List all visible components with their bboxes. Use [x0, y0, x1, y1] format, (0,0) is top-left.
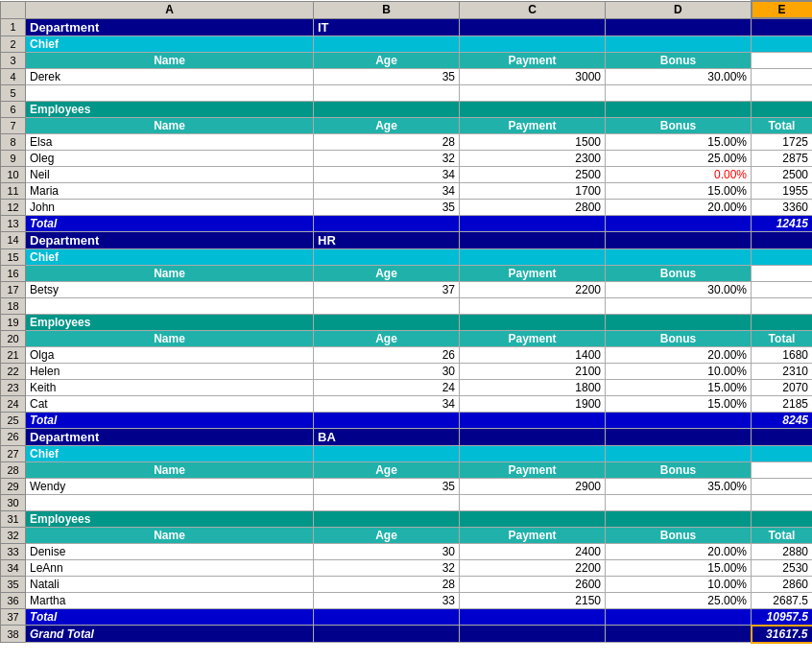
- data-total-cell[interactable]: 2070: [752, 379, 813, 395]
- data-age-cell[interactable]: 26: [314, 346, 460, 363]
- data-total-cell[interactable]: [752, 281, 813, 297]
- col-b-header[interactable]: B: [314, 1, 460, 18]
- data-total-cell[interactable]: [752, 68, 813, 84]
- data-total-cell[interactable]: 2310: [752, 363, 813, 379]
- data-age-cell[interactable]: 34: [314, 182, 460, 199]
- empty-cell-e: [752, 84, 813, 101]
- data-bonus-cell[interactable]: 10.00%: [606, 363, 752, 379]
- data-bonus-cell[interactable]: 15.00%: [606, 395, 752, 412]
- data-age-cell[interactable]: 35: [314, 68, 460, 84]
- data-bonus-cell[interactable]: 15.00%: [606, 379, 752, 395]
- data-payment-cell[interactable]: 2900: [460, 478, 606, 494]
- data-age-cell[interactable]: 24: [314, 379, 460, 395]
- data-total-cell[interactable]: [752, 478, 813, 494]
- row-number: 33: [1, 543, 26, 559]
- chief-header-b: Age: [314, 52, 460, 68]
- data-name-cell[interactable]: Denise: [26, 543, 314, 559]
- data-age-cell[interactable]: 33: [314, 592, 460, 608]
- data-total-cell[interactable]: 1725: [752, 133, 813, 150]
- data-age-cell[interactable]: 32: [314, 559, 460, 576]
- data-name-cell[interactable]: Cat: [26, 395, 314, 412]
- table-row: 4Derek35300030.00%: [1, 68, 813, 84]
- data-payment-cell[interactable]: 2150: [460, 592, 606, 608]
- data-bonus-cell[interactable]: 20.00%: [606, 199, 752, 215]
- data-name-cell[interactable]: Maria: [26, 182, 314, 199]
- emp-header-d: Bonus: [606, 117, 752, 133]
- data-bonus-cell[interactable]: 35.00%: [606, 478, 752, 494]
- data-bonus-cell[interactable]: 25.00%: [606, 592, 752, 608]
- data-name-cell[interactable]: Keith: [26, 379, 314, 395]
- data-bonus-cell[interactable]: 30.00%: [606, 281, 752, 297]
- data-age-cell[interactable]: 34: [314, 166, 460, 182]
- data-payment-cell[interactable]: 2200: [460, 281, 606, 297]
- data-total-cell[interactable]: 3360: [752, 199, 813, 215]
- table-row: 28NameAgePaymentBonus: [1, 461, 813, 478]
- table-row: 25Total8245: [1, 412, 813, 428]
- data-payment-cell[interactable]: 2400: [460, 543, 606, 559]
- data-age-cell[interactable]: 30: [314, 363, 460, 379]
- data-payment-cell[interactable]: 3000: [460, 68, 606, 84]
- data-total-cell[interactable]: 2185: [752, 395, 813, 412]
- empty-cell-c: [460, 297, 606, 314]
- col-e-header[interactable]: E: [752, 1, 813, 18]
- data-name-cell[interactable]: Olga: [26, 346, 314, 363]
- data-payment-cell[interactable]: 1500: [460, 133, 606, 150]
- data-payment-cell[interactable]: 1800: [460, 379, 606, 395]
- data-name-cell[interactable]: Helen: [26, 363, 314, 379]
- data-payment-cell[interactable]: 2600: [460, 576, 606, 592]
- data-name-cell[interactable]: LeAnn: [26, 559, 314, 576]
- data-payment-cell[interactable]: 2200: [460, 559, 606, 576]
- data-total-cell[interactable]: 2687.5: [752, 592, 813, 608]
- col-c-header[interactable]: C: [460, 1, 606, 18]
- data-name-cell[interactable]: Neil: [26, 166, 314, 182]
- data-name-cell[interactable]: Elsa: [26, 133, 314, 150]
- row-number: 18: [1, 297, 26, 314]
- table-row: 31Employees: [1, 510, 813, 527]
- data-age-cell[interactable]: 37: [314, 281, 460, 297]
- data-total-cell[interactable]: 1680: [752, 346, 813, 363]
- data-payment-cell[interactable]: 2500: [460, 166, 606, 182]
- data-age-cell[interactable]: 34: [314, 395, 460, 412]
- data-bonus-cell[interactable]: 30.00%: [606, 68, 752, 84]
- row-number: 2: [1, 35, 26, 52]
- data-bonus-cell[interactable]: 0.00%: [606, 166, 752, 182]
- chief-header-d: Bonus: [606, 52, 752, 68]
- data-name-cell[interactable]: Oleg: [26, 150, 314, 166]
- data-payment-cell[interactable]: 2800: [460, 199, 606, 215]
- data-age-cell[interactable]: 32: [314, 150, 460, 166]
- data-total-cell[interactable]: 2860: [752, 576, 813, 592]
- data-bonus-cell[interactable]: 25.00%: [606, 150, 752, 166]
- data-payment-cell[interactable]: 2300: [460, 150, 606, 166]
- data-name-cell[interactable]: Betsy: [26, 281, 314, 297]
- data-payment-cell[interactable]: 1400: [460, 346, 606, 363]
- data-name-cell[interactable]: Natali: [26, 576, 314, 592]
- data-total-cell[interactable]: 2875: [752, 150, 813, 166]
- data-age-cell[interactable]: 30: [314, 543, 460, 559]
- data-bonus-cell[interactable]: 10.00%: [606, 576, 752, 592]
- data-age-cell[interactable]: 28: [314, 576, 460, 592]
- row-number: 23: [1, 379, 26, 395]
- data-total-cell[interactable]: 2530: [752, 559, 813, 576]
- data-name-cell[interactable]: Wendy: [26, 478, 314, 494]
- col-a-header[interactable]: A: [26, 1, 314, 18]
- data-age-cell[interactable]: 35: [314, 199, 460, 215]
- data-payment-cell[interactable]: 1900: [460, 395, 606, 412]
- data-bonus-cell[interactable]: 20.00%: [606, 346, 752, 363]
- data-age-cell[interactable]: 35: [314, 478, 460, 494]
- data-total-cell[interactable]: 1955: [752, 182, 813, 199]
- data-name-cell[interactable]: Martha: [26, 592, 314, 608]
- data-name-cell[interactable]: Derek: [26, 68, 314, 84]
- data-bonus-cell[interactable]: 15.00%: [606, 133, 752, 150]
- row-number: 32: [1, 527, 26, 543]
- data-total-cell[interactable]: 2880: [752, 543, 813, 559]
- data-bonus-cell[interactable]: 20.00%: [606, 543, 752, 559]
- data-age-cell[interactable]: 28: [314, 133, 460, 150]
- emp-header-e: Total: [752, 330, 813, 346]
- data-payment-cell[interactable]: 2100: [460, 363, 606, 379]
- data-name-cell[interactable]: John: [26, 199, 314, 215]
- data-bonus-cell[interactable]: 15.00%: [606, 182, 752, 199]
- col-d-header[interactable]: D: [606, 1, 752, 18]
- data-bonus-cell[interactable]: 15.00%: [606, 559, 752, 576]
- data-total-cell[interactable]: 2500: [752, 166, 813, 182]
- data-payment-cell[interactable]: 1700: [460, 182, 606, 199]
